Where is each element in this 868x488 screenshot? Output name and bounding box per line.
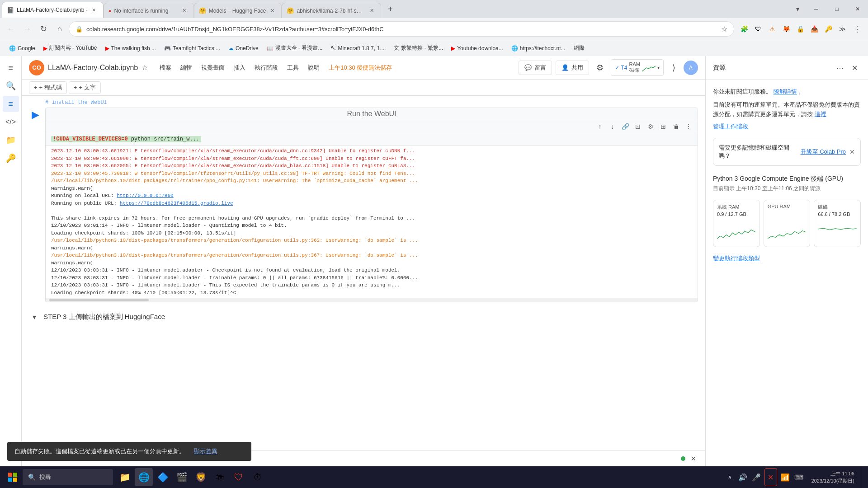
manage-session-link[interactable]: 管理工作階段 [713, 122, 861, 131]
cell-up-btn[interactable]: ↑ [594, 121, 605, 132]
run-button[interactable]: ▶ [29, 108, 42, 121]
sidebar-search-icon[interactable]: 🔍 [3, 78, 19, 94]
lastpass-icon[interactable]: 🔑 [822, 23, 835, 35]
extensions-icon[interactable]: 🧩 [738, 23, 750, 35]
show-desktop-btn[interactable] [861, 466, 864, 488]
panel-more-btn[interactable]: ⋯ [834, 61, 846, 74]
taskbar-mcafee[interactable]: 🛡 [230, 468, 248, 486]
menu-insert[interactable]: 插入 [229, 61, 250, 75]
taskbar-file-explorer[interactable]: 📁 [116, 468, 134, 486]
add-text-btn[interactable]: + + 文字 [69, 81, 101, 94]
new-tab-button[interactable]: + [383, 2, 397, 16]
settings-btn[interactable]: ⚙ [593, 61, 607, 75]
menu-edit[interactable]: 編輯 [176, 61, 197, 75]
tab4-close[interactable]: ✕ [368, 7, 375, 14]
step3-collapse-btn[interactable]: ▾ [29, 311, 40, 322]
browser-menu-button[interactable]: ⋮ [850, 22, 864, 36]
start-button[interactable] [4, 468, 22, 486]
cell-settings-btn[interactable]: ⚙ [645, 121, 656, 132]
upgrade-link[interactable]: 升級至 Colab Pro [801, 148, 846, 156]
scrollbar-thumb[interactable] [49, 299, 149, 301]
extension2-icon[interactable]: 📥 [808, 23, 821, 35]
more-actions-icon[interactable]: ≫ [836, 23, 849, 35]
bookmark-tft[interactable]: 🎮 Teamfight Tactics:... [160, 43, 224, 53]
avast-icon[interactable]: 🔒 [794, 23, 807, 35]
bookmark-onedrive[interactable]: ☁ OneDrive [225, 43, 262, 53]
ram-disk-indicator[interactable]: ✓ T4 RAM磁碟 ▾ [611, 59, 664, 76]
tab-1[interactable]: 📓 LLaMA-Factory-Colab.ipynb - ✕ [2, 2, 104, 18]
cell-copy-btn[interactable]: ⊡ [632, 121, 643, 132]
tray-network[interactable]: 📶 [779, 468, 792, 486]
taskbar-clock[interactable]: ⏱ [249, 468, 267, 486]
toast-link[interactable]: 顯示差異 [194, 447, 217, 455]
cell-duplicate-btn[interactable]: ⊞ [658, 121, 669, 132]
bookmark-minecraft[interactable]: ⛏ Minecraft 1.8.7, 1.... [327, 43, 389, 53]
share-btn[interactable]: 👤 共用 [556, 61, 589, 75]
forward-button[interactable]: → [20, 22, 34, 36]
star-button[interactable]: ☆ [142, 63, 148, 72]
sidebar-files-icon[interactable]: 📁 [3, 132, 19, 148]
add-code-btn[interactable]: + + 程式碼 [29, 81, 67, 94]
tray-show-hidden[interactable]: ∧ [725, 468, 736, 486]
minimize-button[interactable]: ─ [806, 0, 826, 18]
cell-link-btn[interactable]: 🔗 [620, 121, 631, 132]
tab-search-btn[interactable]: ▾ [791, 3, 804, 15]
taskbar-store[interactable]: 🛍 [211, 468, 229, 486]
metamask-icon[interactable]: 🦊 [780, 23, 793, 35]
menu-warning[interactable]: 上午10:30 後便無法儲存 [324, 61, 396, 75]
bookmark-manga[interactable]: 📖 漫畫大全 - 看漫畫... [263, 42, 326, 54]
menu-file[interactable]: 檔案 [155, 61, 176, 75]
panel-close-btn[interactable]: ✕ [848, 61, 861, 74]
taskbar-chrome[interactable]: 🌐 [135, 468, 153, 486]
sidebar-key-icon[interactable]: 🔑 [3, 150, 19, 166]
taskbar-film[interactable]: 🎬 [173, 468, 191, 486]
taskbar-edge[interactable]: 🔷 [154, 468, 172, 486]
refresh-button[interactable]: ↻ [36, 22, 51, 36]
kaspersky-icon[interactable]: 🛡 [752, 23, 764, 35]
bookmark-wangji[interactable]: 網際 [570, 42, 588, 54]
buy-link[interactable]: 這裡 [815, 111, 826, 117]
cell-more-btn[interactable]: ⋮ [683, 121, 694, 132]
menu-view[interactable]: 視覺畫面 [197, 61, 229, 75]
collapse-panel-btn[interactable]: ⟩ [667, 61, 680, 74]
tab-4[interactable]: 🤗 abhishek/llama-2-7b-hf-small-shar... ✕ [282, 3, 381, 18]
learn-more-link[interactable]: 瞭解詳情 [774, 88, 797, 95]
tab-2[interactable]: ● No interface is running ✕ [104, 3, 194, 18]
close-bar-btn[interactable]: ✕ [689, 454, 698, 463]
cell-code[interactable]: !CUDA_VISIBLE_DEVICES=0 python src/train… [46, 133, 698, 145]
address-text[interactable]: colab.research.google.com/drive/1uAUbTDn… [86, 26, 717, 33]
menu-help[interactable]: 說明 [303, 61, 324, 75]
tray-x-icon[interactable]: ✕ [764, 468, 777, 486]
tray-volume[interactable]: 🔊 [736, 468, 749, 486]
bookmark-itech[interactable]: 🌐 https://itechdct.nt... [508, 43, 569, 53]
sidebar-toc-icon[interactable]: ≡ [3, 96, 19, 112]
taskbar-search[interactable]: 🔍 搜尋 [23, 469, 113, 485]
bookmark-youtube[interactable]: ▶ 訂閱內容 - YouTube [40, 42, 101, 54]
tab2-close[interactable]: ✕ [181, 7, 188, 14]
sidebar-menu-icon[interactable]: ≡ [3, 60, 19, 76]
back-button[interactable]: ← [4, 22, 18, 36]
change-runtime-link[interactable]: 變更執行階段類型 [713, 254, 861, 263]
bookmark-ytdl[interactable]: ▶ Youtube downloa... [448, 43, 507, 53]
maximize-button[interactable]: □ [826, 0, 847, 18]
cell-delete-btn[interactable]: 🗑 [670, 121, 681, 132]
bookmark-fanfan[interactable]: 文 繁繁轉換 - 繁繁... [390, 42, 447, 54]
bookmark-google[interactable]: 🌐 Google [5, 43, 39, 53]
close-button[interactable]: ✕ [847, 0, 868, 18]
taskbar-clock-display[interactable]: 上午 11:06 2023/12/10(星期日) [806, 470, 860, 485]
tab3-close[interactable]: ✕ [269, 7, 276, 14]
avatar[interactable]: A [684, 61, 698, 75]
upgrade-close[interactable]: ✕ [849, 148, 855, 155]
warning-icon[interactable]: ⚠ [766, 23, 778, 35]
bookmark-fish[interactable]: ▶ The walking fish ... [102, 43, 160, 53]
home-button[interactable]: ⌂ [52, 22, 67, 36]
menu-runtime[interactable]: 執行階段 [250, 61, 283, 75]
address-bar[interactable]: 🔒 colab.research.google.com/drive/1uAUbT… [69, 21, 734, 37]
tray-keyboard[interactable]: ⌨ [793, 468, 805, 486]
horizontal-scrollbar[interactable] [46, 298, 698, 302]
cell-down-btn[interactable]: ↓ [607, 121, 618, 132]
tray-mic[interactable]: 🎤 [750, 468, 763, 486]
sidebar-code-icon[interactable]: </> [3, 114, 19, 130]
tab-3[interactable]: 🤗 Models – Hugging Face ✕ [194, 3, 282, 18]
taskbar-brave[interactable]: 🦁 [192, 468, 210, 486]
